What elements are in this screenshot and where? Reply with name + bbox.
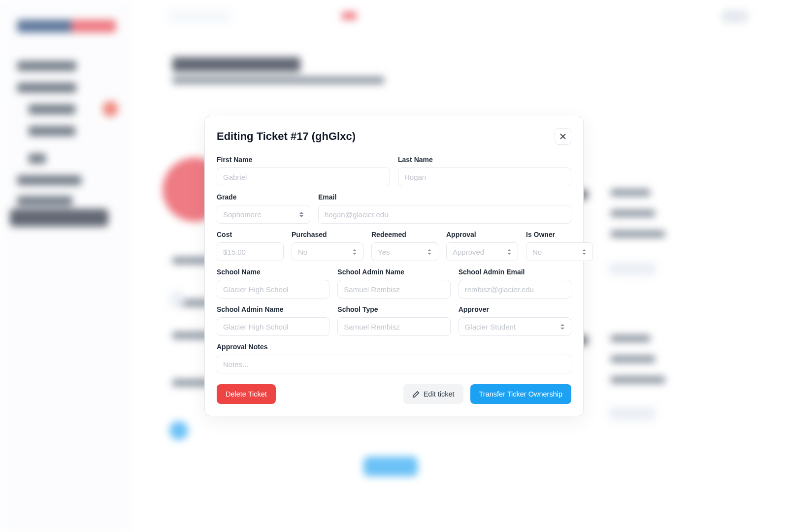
grade-select[interactable]: Sophomore — [217, 205, 310, 224]
last-name-input[interactable]: Hogan — [398, 167, 571, 186]
edit-ticket-modal: Editing Ticket #17 (ghGlxc) First Name G… — [204, 116, 584, 416]
is-owner-field: Is Owner No — [526, 231, 593, 261]
approver-select[interactable]: Glacier Student — [459, 317, 571, 336]
chevron-updown-icon — [507, 249, 512, 255]
chevron-updown-icon — [560, 324, 565, 330]
first-name-field: First Name Gabriel — [217, 156, 390, 186]
redeemed-select[interactable]: Yes — [371, 242, 438, 261]
chevron-updown-icon — [427, 249, 432, 255]
chevron-updown-icon — [352, 249, 357, 255]
grade-label: Grade — [217, 193, 310, 201]
school-name-input[interactable]: Glacier High School — [217, 280, 329, 299]
school-admin-name-2-field: School Admin Name Glacier High School — [217, 305, 329, 336]
is-owner-select[interactable]: No — [526, 242, 593, 261]
approval-select[interactable]: Approved — [446, 242, 518, 261]
is-owner-label: Is Owner — [526, 231, 593, 238]
cost-input[interactable]: $15.00 — [217, 242, 284, 261]
transfer-ownership-button[interactable]: Transfer Ticker Ownership — [470, 384, 571, 404]
email-label: Email — [318, 193, 571, 201]
first-name-input[interactable]: Gabriel — [217, 167, 390, 186]
approver-label: Approver — [459, 305, 571, 313]
cost-label: Cost — [217, 231, 284, 238]
approval-label: Approval — [446, 231, 518, 238]
last-name-label: Last Name — [398, 156, 571, 164]
school-admin-email-field: School Admin Email rembisz@glacier.edu — [459, 268, 571, 299]
approval-notes-field: Approval Notes Notes... — [217, 343, 571, 373]
school-admin-name-2-input[interactable]: Glacier High School — [217, 317, 329, 336]
last-name-field: Last Name Hogan — [398, 156, 571, 186]
school-type-input[interactable]: Samuel Rembisz — [337, 317, 450, 336]
school-type-field: School Type Samuel Rembisz — [337, 305, 450, 336]
school-admin-name-input[interactable]: Samuel Rembisz — [337, 280, 450, 299]
email-field: Email hogan@glacier.edu — [318, 193, 571, 224]
purchased-label: Purchased — [292, 231, 363, 238]
school-type-label: School Type — [337, 305, 450, 313]
chevron-updown-icon — [299, 211, 304, 218]
approval-field: Approval Approved — [446, 231, 518, 261]
first-name-label: First Name — [217, 156, 390, 164]
edit-ticket-button[interactable]: Edit ticket — [403, 384, 463, 404]
school-name-label: School Name — [217, 268, 329, 276]
pencil-icon — [412, 391, 420, 398]
email-input[interactable]: hogan@glacier.edu — [318, 205, 571, 224]
redeemed-field: Redeemed Yes — [371, 231, 438, 261]
school-admin-email-label: School Admin Email — [459, 268, 571, 276]
cost-field: Cost $15.00 — [217, 231, 284, 261]
school-admin-name-label: School Admin Name — [337, 268, 450, 276]
redeemed-label: Redeemed — [371, 231, 438, 238]
purchased-select[interactable]: No — [292, 242, 363, 261]
approver-field: Approver Glacier Student — [459, 305, 571, 336]
school-admin-email-input[interactable]: rembisz@glacier.edu — [459, 280, 571, 299]
school-name-field: School Name Glacier High School — [217, 268, 329, 299]
close-icon — [559, 133, 567, 140]
approval-notes-input[interactable]: Notes... — [217, 355, 571, 373]
modal-title: Editing Ticket #17 (ghGlxc) — [217, 130, 356, 143]
school-admin-name-2-label: School Admin Name — [217, 305, 329, 313]
modal-overlay: Editing Ticket #17 (ghGlxc) First Name G… — [0, 0, 788, 532]
approval-notes-label: Approval Notes — [217, 343, 571, 351]
grade-field: Grade Sophomore — [217, 193, 310, 224]
delete-ticket-button[interactable]: Delete Ticket — [217, 384, 276, 404]
purchased-field: Purchased No — [292, 231, 363, 261]
school-admin-name-field: School Admin Name Samuel Rembisz — [337, 268, 450, 299]
close-button[interactable] — [555, 128, 571, 145]
chevron-updown-icon — [582, 249, 587, 255]
